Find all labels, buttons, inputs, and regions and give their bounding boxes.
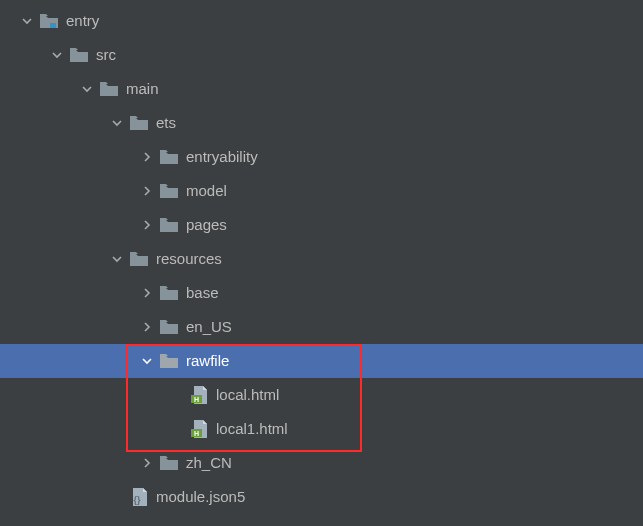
tree-row-entryability[interactable]: entryability: [0, 140, 643, 174]
svg-text:H: H: [194, 430, 199, 437]
chevron-right-icon[interactable]: [140, 286, 154, 300]
json-file-icon: {}: [130, 488, 148, 506]
tree-label: en_US: [186, 310, 232, 344]
tree-row-local1-html[interactable]: H local1.html: [0, 412, 643, 446]
folder-icon: [160, 182, 178, 200]
chevron-down-icon[interactable]: [110, 252, 124, 266]
chevron-right-icon[interactable]: [140, 456, 154, 470]
tree-label: module.json5: [156, 480, 245, 514]
tree-row-en-us[interactable]: en_US: [0, 310, 643, 344]
tree-label: local.html: [216, 378, 279, 412]
chevron-down-icon[interactable]: [20, 14, 34, 28]
folder-icon: [160, 454, 178, 472]
chevron-right-icon[interactable]: [140, 320, 154, 334]
tree-label: ets: [156, 106, 176, 140]
tree-row-zh-cn[interactable]: zh_CN: [0, 446, 643, 480]
tree-label: base: [186, 276, 219, 310]
folder-icon: [160, 284, 178, 302]
folder-icon: [160, 216, 178, 234]
html-file-icon: H: [190, 386, 208, 404]
chevron-down-icon[interactable]: [80, 82, 94, 96]
tree-row-base[interactable]: base: [0, 276, 643, 310]
file-tree: entry src main ets: [0, 0, 643, 514]
tree-row-pages[interactable]: pages: [0, 208, 643, 242]
folder-icon: [70, 46, 88, 64]
tree-row-src[interactable]: src: [0, 38, 643, 72]
tree-label: entry: [66, 4, 99, 38]
tree-row-ets[interactable]: ets: [0, 106, 643, 140]
tree-row-local-html[interactable]: H local.html: [0, 378, 643, 412]
svg-text:{}: {}: [133, 495, 141, 505]
svg-text:H: H: [194, 396, 199, 403]
chevron-right-icon[interactable]: [140, 184, 154, 198]
tree-label: local1.html: [216, 412, 288, 446]
tree-label: src: [96, 38, 116, 72]
chevron-down-icon[interactable]: [110, 116, 124, 130]
chevron-right-icon[interactable]: [140, 218, 154, 232]
tree-row-main[interactable]: main: [0, 72, 643, 106]
folder-icon: [160, 318, 178, 336]
tree-row-entry[interactable]: entry: [0, 4, 643, 38]
folder-icon: [130, 250, 148, 268]
html-file-icon: H: [190, 420, 208, 438]
folder-icon: [160, 352, 178, 370]
tree-label: zh_CN: [186, 446, 232, 480]
tree-label: model: [186, 174, 227, 208]
svg-rect-0: [50, 23, 56, 28]
folder-icon: [130, 114, 148, 132]
tree-label: entryability: [186, 140, 258, 174]
tree-label: rawfile: [186, 344, 229, 378]
tree-label: resources: [156, 242, 222, 276]
tree-label: main: [126, 72, 159, 106]
folder-icon: [160, 148, 178, 166]
tree-row-module-json5[interactable]: {} module.json5: [0, 480, 643, 514]
chevron-right-icon[interactable]: [140, 150, 154, 164]
chevron-down-icon[interactable]: [50, 48, 64, 62]
chevron-down-icon[interactable]: [140, 354, 154, 368]
module-folder-icon: [40, 12, 58, 30]
folder-icon: [100, 80, 118, 98]
tree-row-resources[interactable]: resources: [0, 242, 643, 276]
tree-row-rawfile[interactable]: rawfile: [0, 344, 643, 378]
tree-label: pages: [186, 208, 227, 242]
tree-row-model[interactable]: model: [0, 174, 643, 208]
